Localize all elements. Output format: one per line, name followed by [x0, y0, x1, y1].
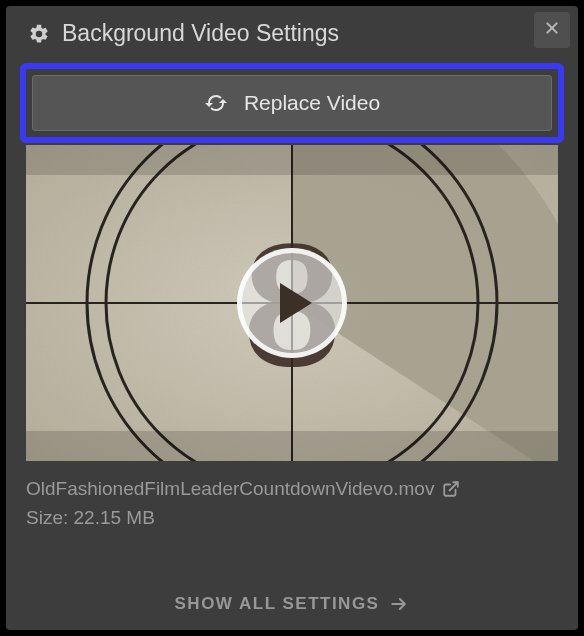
arrow-right-icon	[389, 594, 409, 614]
play-icon	[272, 283, 312, 323]
panel-header: Background Video Settings	[6, 6, 578, 57]
svg-rect-10	[26, 431, 558, 461]
external-link-icon[interactable]	[442, 480, 460, 498]
show-all-settings-button[interactable]: SHOW ALL SETTINGS	[6, 594, 578, 614]
replace-video-highlight: Replace Video	[20, 63, 564, 143]
replace-video-label: Replace Video	[244, 91, 380, 115]
video-size: Size: 22.15 MB	[26, 504, 558, 533]
close-button[interactable]	[534, 12, 570, 48]
video-meta: OldFashionedFilmLeaderCountdownVidevo.mo…	[26, 475, 558, 532]
show-all-label: SHOW ALL SETTINGS	[175, 594, 380, 614]
gear-icon	[28, 23, 50, 45]
close-icon	[544, 20, 560, 40]
settings-panel: Background Video Settings Replace Video	[6, 6, 578, 630]
panel-title: Background Video Settings	[62, 20, 339, 47]
video-filename: OldFashionedFilmLeaderCountdownVidevo.mo…	[26, 475, 434, 504]
svg-rect-9	[26, 145, 558, 175]
replace-video-button[interactable]: Replace Video	[32, 75, 552, 131]
filename-row: OldFashionedFilmLeaderCountdownVidevo.mo…	[26, 475, 558, 504]
play-button[interactable]	[237, 248, 347, 358]
refresh-icon	[204, 91, 228, 115]
video-preview: 8	[26, 145, 558, 461]
svg-line-11	[450, 483, 458, 491]
